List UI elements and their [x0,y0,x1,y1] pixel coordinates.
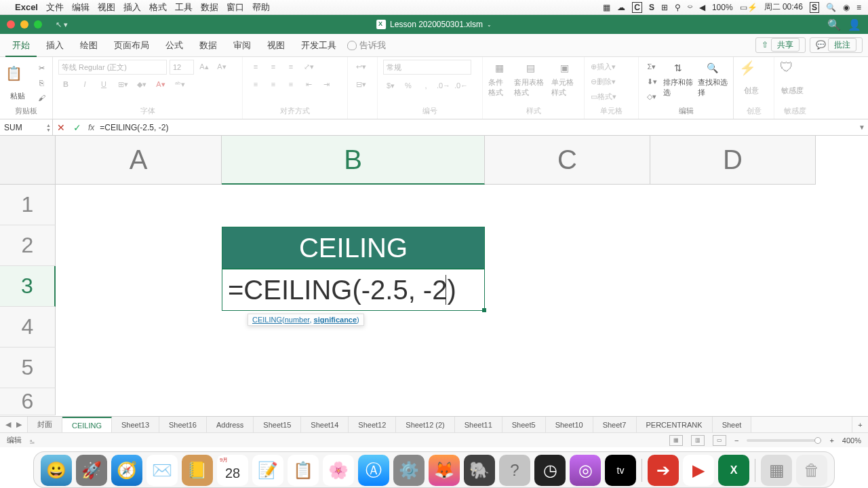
wrap-text-icon[interactable]: ↩▾ [353,60,368,73]
title-dropdown-icon[interactable]: ⌄ [487,22,492,28]
dock-firefox-icon[interactable]: 🦊 [429,455,460,486]
font-size-select[interactable] [170,60,194,75]
dock-podcasts-icon[interactable]: ◎ [570,455,601,486]
dock-finder-icon[interactable]: 😀 [41,455,72,486]
status-icon-c[interactable]: C [632,2,642,13]
clear-icon[interactable]: ◇▾ [644,90,659,103]
column-header-d[interactable]: D [650,136,816,185]
wifi-icon[interactable]: ⌔ [688,3,692,12]
dock-mail-icon[interactable]: ✉️ [146,455,178,486]
comma-icon[interactable]: , [418,79,433,92]
merge-cells-icon[interactable]: ⊟▾ [353,77,368,91]
tab-home[interactable]: 开始 [5,34,37,57]
percent-icon[interactable]: % [401,79,416,92]
row-header-4[interactable]: 4 [0,307,56,348]
share-button[interactable]: ⇧ 共享 [755,37,805,53]
column-header-b[interactable]: B [222,136,485,185]
account-icon[interactable]: 👤 [848,18,861,31]
formula-cancel-button[interactable]: ✕ [53,122,69,133]
dock-app-icon[interactable]: 🐘 [464,455,495,486]
insert-cells-button[interactable]: ⊕ 插入 ▾ [590,60,616,73]
spotlight-icon[interactable]: 🔍 [826,3,836,12]
number-format-select[interactable] [383,60,471,75]
cut-icon[interactable]: ✂ [34,61,49,75]
tab-data[interactable]: 数据 [193,34,224,57]
underline-button[interactable]: U [96,77,111,91]
zoom-slider-thumb[interactable] [814,437,821,444]
dock-app-c-icon[interactable]: ▶ [683,455,714,486]
menu-tools[interactable]: 工具 [175,1,193,14]
accessibility-icon[interactable]: ⎁ [30,436,35,445]
status-icon-grid[interactable]: ⊞ [661,3,668,12]
tab-draw[interactable]: 绘图 [73,34,104,57]
view-page-break-icon[interactable]: ▭ [713,435,726,446]
sheet-tab-sheet13[interactable]: Sheet13 [112,417,159,432]
column-header-a[interactable]: A [56,136,222,185]
tab-view[interactable]: 视图 [260,34,292,57]
dock-dashboard-icon[interactable]: ◷ [534,455,566,486]
tooltip-arg2[interactable]: significance [314,316,357,324]
tab-review[interactable]: 审阅 [226,34,258,57]
cell-b2[interactable]: CEILING [222,227,485,269]
dock-app-red-icon[interactable]: ➔ [648,455,679,486]
sort-filter-icon[interactable]: ⇅ [670,60,686,76]
format-painter-icon[interactable]: 🖌 [34,91,49,105]
align-middle-icon[interactable]: ≡ [266,60,281,73]
sheet-tab-sheet-trunc[interactable]: Sheet [713,417,752,432]
window-minimize-button[interactable] [20,20,28,29]
sheet-tab-ceiling[interactable]: CEILING [62,417,112,432]
dock-folder-icon[interactable]: ▦ [761,455,792,486]
dock-help-icon[interactable]: ? [499,455,530,486]
menu-data[interactable]: 数据 [201,1,218,14]
dock-photos-icon[interactable]: 🌸 [323,455,354,486]
menu-file[interactable]: 文件 [46,1,64,14]
row-header-6[interactable]: 6 [0,388,56,415]
sheet-tab-sheet10[interactable]: Sheet10 [546,417,593,432]
dock-excel-icon[interactable]: X [718,455,749,486]
ideas-icon[interactable]: ⚡ [739,60,764,84]
tooltip-fn-link[interactable]: CEILING [252,316,282,324]
find-select-icon[interactable]: 🔍 [705,60,721,76]
window-close-button[interactable] [7,20,15,29]
sheet-tab-sheet16[interactable]: Sheet16 [159,417,207,432]
search-icon[interactable]: 🔍 [827,18,841,31]
function-tooltip[interactable]: CEILING(number, significance) [248,314,364,326]
formula-expand-icon[interactable]: ▼ [856,124,868,131]
paste-icon[interactable]: 📋 [5,65,30,90]
align-bottom-icon[interactable]: ≡ [283,60,298,73]
increase-font-icon[interactable]: A▴ [197,60,212,73]
formula-input[interactable]: =CEILING(-2.5, -2) [97,123,856,132]
notification-center-icon[interactable]: ≡ [856,3,861,12]
zoom-in-button[interactable]: + [829,436,833,445]
siri-icon[interactable]: ◉ [843,3,850,12]
sheet-nav-prev-icon[interactable]: ◀ [5,420,11,429]
cell-styles-icon[interactable]: ▣ [557,60,573,76]
sensitivity-icon[interactable]: 🛡 [780,60,804,84]
zoom-out-button[interactable]: − [734,436,738,445]
fill-color-button[interactable]: ◆▾ [134,77,149,91]
row-header-3[interactable]: 3 [0,266,56,307]
fill-icon[interactable]: ⬇▾ [644,75,659,88]
view-page-layout-icon[interactable]: ▥ [691,435,705,446]
qat-pointer-icon[interactable]: ↖ ▾ [56,20,68,29]
sheet-tab-address[interactable]: Address [207,417,254,432]
view-normal-icon[interactable]: ▦ [669,435,683,446]
align-center-icon[interactable]: ≡ [266,77,281,91]
menu-insert[interactable]: 插入 [123,1,141,14]
dock-appletv-icon[interactable]: tv [605,455,636,486]
menu-format[interactable]: 格式 [149,1,167,14]
bold-button[interactable]: B [58,77,73,91]
window-zoom-button[interactable] [34,20,42,29]
column-header-c[interactable]: C [485,136,650,185]
name-box[interactable]: SUM ▲▼ [0,119,53,135]
sheet-nav-next-icon[interactable]: ▶ [16,420,22,429]
sheet-tab-sheet7[interactable]: Sheet7 [593,417,637,432]
battery-icon[interactable]: ▭⚡ [740,3,757,12]
dock-trash-icon[interactable]: 🗑 [796,455,827,486]
bluetooth-icon[interactable]: ⚲ [675,3,681,12]
copy-icon[interactable]: ⎘ [34,76,49,90]
dock-appstore-icon[interactable]: Ⓐ [358,455,389,486]
app-name[interactable]: Excel [15,2,38,12]
decrease-font-icon[interactable]: A▾ [214,60,229,73]
row-header-2[interactable]: 2 [0,225,56,266]
